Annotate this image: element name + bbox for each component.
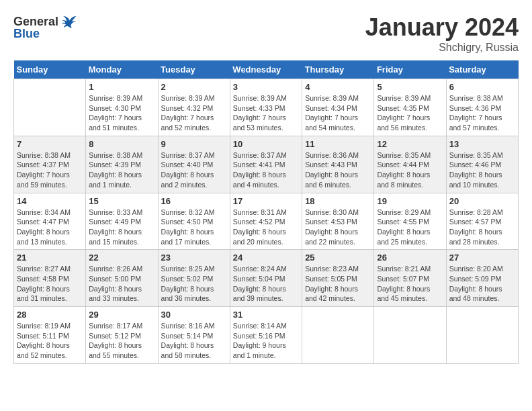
day-number: 7 [17, 139, 83, 149]
calendar-cell: 10Sunrise: 8:37 AMSunset: 4:41 PMDayligh… [230, 136, 302, 193]
day-number: 4 [305, 82, 371, 92]
logo-blue-label: Blue [13, 27, 77, 41]
day-number: 21 [17, 253, 83, 263]
calendar-cell: 20Sunrise: 8:28 AMSunset: 4:57 PMDayligh… [446, 193, 518, 250]
day-info: Sunrise: 8:23 AMSunset: 5:05 PMDaylight:… [305, 264, 371, 304]
calendar-cell: 19Sunrise: 8:29 AMSunset: 4:55 PMDayligh… [374, 193, 446, 250]
calendar-week-row: 28Sunrise: 8:19 AMSunset: 5:11 PMDayligh… [14, 307, 519, 364]
calendar-cell: 16Sunrise: 8:32 AMSunset: 4:50 PMDayligh… [158, 193, 230, 250]
calendar-cell: 3Sunrise: 8:39 AMSunset: 4:33 PMDaylight… [230, 79, 302, 136]
day-number: 28 [17, 310, 83, 320]
calendar-cell: 14Sunrise: 8:34 AMSunset: 4:47 PMDayligh… [14, 193, 86, 250]
day-number: 30 [161, 310, 227, 320]
page-header: General Blue January 2024 Shchigry, Russ… [13, 13, 519, 54]
day-info: Sunrise: 8:21 AMSunset: 5:07 PMDaylight:… [377, 264, 443, 304]
calendar-cell: 11Sunrise: 8:36 AMSunset: 4:43 PMDayligh… [302, 136, 374, 193]
day-info: Sunrise: 8:35 AMSunset: 4:44 PMDaylight:… [377, 150, 443, 190]
calendar-cell: 18Sunrise: 8:30 AMSunset: 4:53 PMDayligh… [302, 193, 374, 250]
day-info: Sunrise: 8:39 AMSunset: 4:34 PMDaylight:… [305, 93, 371, 133]
day-number: 24 [233, 253, 299, 263]
logo-text: General Blue [13, 13, 77, 41]
day-number: 23 [161, 253, 227, 263]
day-info: Sunrise: 8:25 AMSunset: 5:02 PMDaylight:… [161, 264, 227, 304]
day-number: 20 [449, 196, 515, 206]
calendar-day-header: Saturday [446, 60, 518, 79]
day-number: 31 [233, 310, 299, 320]
calendar-cell: 12Sunrise: 8:35 AMSunset: 4:44 PMDayligh… [374, 136, 446, 193]
day-number: 8 [89, 139, 154, 149]
calendar-cell: 24Sunrise: 8:24 AMSunset: 5:04 PMDayligh… [230, 250, 302, 307]
day-number: 6 [449, 82, 515, 92]
day-number: 19 [377, 196, 443, 206]
calendar-cell [302, 307, 374, 364]
day-info: Sunrise: 8:37 AMSunset: 4:40 PMDaylight:… [161, 150, 227, 190]
calendar-cell: 17Sunrise: 8:31 AMSunset: 4:52 PMDayligh… [230, 193, 302, 250]
day-info: Sunrise: 8:36 AMSunset: 4:43 PMDaylight:… [305, 150, 371, 190]
calendar-day-header: Tuesday [158, 60, 230, 79]
day-number: 17 [233, 196, 299, 206]
day-info: Sunrise: 8:33 AMSunset: 4:49 PMDaylight:… [89, 208, 154, 247]
logo: General Blue [13, 13, 77, 41]
day-info: Sunrise: 8:17 AMSunset: 5:12 PMDaylight:… [89, 321, 154, 361]
day-number: 11 [305, 139, 371, 149]
calendar-cell [374, 307, 446, 364]
day-number: 2 [161, 82, 227, 92]
month-title: January 2024 [365, 13, 519, 42]
calendar-cell [14, 79, 86, 136]
calendar-cell: 29Sunrise: 8:17 AMSunset: 5:12 PMDayligh… [86, 307, 158, 364]
day-number: 13 [449, 139, 515, 149]
day-info: Sunrise: 8:14 AMSunset: 5:16 PMDaylight:… [233, 321, 299, 361]
calendar-day-header: Monday [86, 60, 158, 79]
calendar-cell: 26Sunrise: 8:21 AMSunset: 5:07 PMDayligh… [374, 250, 446, 307]
calendar-cell: 22Sunrise: 8:26 AMSunset: 5:00 PMDayligh… [86, 250, 158, 307]
calendar-cell: 23Sunrise: 8:25 AMSunset: 5:02 PMDayligh… [158, 250, 230, 307]
day-number: 29 [89, 310, 154, 320]
calendar-cell: 9Sunrise: 8:37 AMSunset: 4:40 PMDaylight… [158, 136, 230, 193]
day-info: Sunrise: 8:35 AMSunset: 4:46 PMDaylight:… [449, 150, 515, 190]
day-info: Sunrise: 8:38 AMSunset: 4:36 PMDaylight:… [449, 93, 515, 133]
day-info: Sunrise: 8:39 AMSunset: 4:35 PMDaylight:… [377, 93, 443, 133]
calendar-week-row: 14Sunrise: 8:34 AMSunset: 4:47 PMDayligh… [14, 193, 519, 250]
calendar-week-row: 7Sunrise: 8:38 AMSunset: 4:37 PMDaylight… [14, 136, 519, 193]
day-info: Sunrise: 8:20 AMSunset: 5:09 PMDaylight:… [449, 264, 515, 304]
day-number: 12 [377, 139, 443, 149]
calendar-day-header: Friday [374, 60, 446, 79]
calendar-cell: 28Sunrise: 8:19 AMSunset: 5:11 PMDayligh… [14, 307, 86, 364]
day-info: Sunrise: 8:30 AMSunset: 4:53 PMDaylight:… [305, 208, 371, 247]
calendar-cell: 15Sunrise: 8:33 AMSunset: 4:49 PMDayligh… [86, 193, 158, 250]
calendar-cell: 30Sunrise: 8:16 AMSunset: 5:14 PMDayligh… [158, 307, 230, 364]
day-number: 18 [305, 196, 371, 206]
calendar-cell: 6Sunrise: 8:38 AMSunset: 4:36 PMDaylight… [446, 79, 518, 136]
day-number: 22 [89, 253, 154, 263]
day-info: Sunrise: 8:29 AMSunset: 4:55 PMDaylight:… [377, 208, 443, 247]
calendar-cell: 1Sunrise: 8:39 AMSunset: 4:30 PMDaylight… [86, 79, 158, 136]
day-info: Sunrise: 8:27 AMSunset: 4:58 PMDaylight:… [17, 264, 83, 304]
calendar-cell: 7Sunrise: 8:38 AMSunset: 4:37 PMDaylight… [14, 136, 86, 193]
day-number: 1 [89, 82, 154, 92]
day-number: 27 [449, 253, 515, 263]
day-info: Sunrise: 8:39 AMSunset: 4:33 PMDaylight:… [233, 93, 299, 133]
calendar-cell: 27Sunrise: 8:20 AMSunset: 5:09 PMDayligh… [446, 250, 518, 307]
calendar-week-row: 1Sunrise: 8:39 AMSunset: 4:30 PMDaylight… [14, 79, 519, 136]
day-number: 16 [161, 196, 227, 206]
location-label: Shchigry, Russia [365, 42, 519, 54]
day-number: 10 [233, 139, 299, 149]
calendar-cell: 25Sunrise: 8:23 AMSunset: 5:05 PMDayligh… [302, 250, 374, 307]
day-info: Sunrise: 8:37 AMSunset: 4:41 PMDaylight:… [233, 150, 299, 190]
calendar-cell: 4Sunrise: 8:39 AMSunset: 4:34 PMDaylight… [302, 79, 374, 136]
day-info: Sunrise: 8:38 AMSunset: 4:39 PMDaylight:… [89, 150, 154, 190]
title-block: January 2024 Shchigry, Russia [365, 13, 519, 54]
calendar-header-row: SundayMondayTuesdayWednesdayThursdayFrid… [14, 60, 519, 79]
calendar-week-row: 21Sunrise: 8:27 AMSunset: 4:58 PMDayligh… [14, 250, 519, 307]
day-number: 3 [233, 82, 299, 92]
calendar-cell: 8Sunrise: 8:38 AMSunset: 4:39 PMDaylight… [86, 136, 158, 193]
day-info: Sunrise: 8:38 AMSunset: 4:37 PMDaylight:… [17, 150, 83, 190]
calendar-cell: 2Sunrise: 8:39 AMSunset: 4:32 PMDaylight… [158, 79, 230, 136]
calendar-cell: 13Sunrise: 8:35 AMSunset: 4:46 PMDayligh… [446, 136, 518, 193]
day-info: Sunrise: 8:26 AMSunset: 5:00 PMDaylight:… [89, 264, 154, 304]
calendar-table: SundayMondayTuesdayWednesdayThursdayFrid… [13, 60, 519, 364]
calendar-cell [446, 307, 518, 364]
calendar-day-header: Thursday [302, 60, 374, 79]
day-info: Sunrise: 8:31 AMSunset: 4:52 PMDaylight:… [233, 208, 299, 247]
calendar-day-header: Sunday [14, 60, 86, 79]
